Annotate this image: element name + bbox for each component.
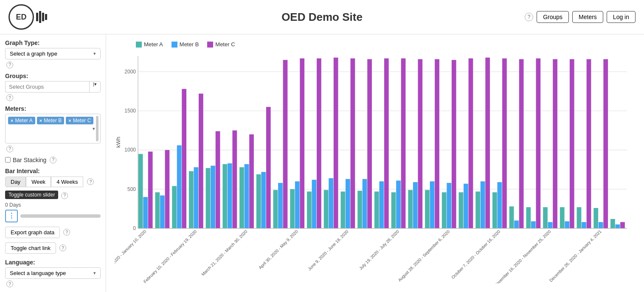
meter-b-remove[interactable]: × (39, 118, 42, 123)
svg-rect-80 (485, 58, 490, 228)
days-label: 0 Days (5, 202, 101, 208)
logo-bar-4 (45, 14, 47, 20)
slider-row: ⋮ (5, 210, 101, 222)
svg-rect-69 (430, 181, 435, 228)
svg-rect-81 (492, 192, 497, 228)
interval-week-button[interactable]: Week (26, 177, 51, 187)
legend-item-a: Meter A (136, 41, 163, 48)
svg-rect-39 (278, 183, 283, 228)
svg-rect-91 (543, 207, 548, 228)
toggle-slider-help[interactable]: ? (61, 192, 68, 199)
svg-rect-89 (531, 221, 536, 228)
svg-rect-18 (172, 186, 177, 228)
page-title: OED Demo Site (281, 11, 363, 24)
meter-a-remove[interactable]: × (11, 118, 13, 123)
svg-text:500: 500 (127, 186, 136, 192)
header-help-icon[interactable]: ? (525, 13, 533, 21)
svg-rect-63 (401, 59, 406, 228)
svg-rect-55 (357, 191, 362, 228)
svg-rect-49 (329, 178, 333, 228)
svg-text:2000: 2000 (124, 69, 136, 75)
export-help[interactable]: ? (63, 229, 70, 236)
export-button[interactable]: Export graph data (5, 227, 60, 238)
bar-stacking-row: Bar Stacking ? (5, 157, 101, 163)
groups-split-button[interactable]: |▾ (89, 81, 101, 93)
meter-tag-b: × Meter B (37, 117, 64, 124)
svg-rect-11 (138, 154, 143, 228)
chart-legend: Meter A Meter B Meter C (136, 41, 636, 48)
svg-text:March 21, 2020 - March 30, 202: March 21, 2020 - March 30, 2020 (200, 229, 248, 277)
meters-dropdown-arrow[interactable]: ▾ (93, 126, 95, 132)
svg-text:June 9, 2020 - June 18, 2020: June 9, 2020 - June 18, 2020 (307, 229, 349, 271)
svg-rect-46 (312, 180, 317, 228)
svg-rect-29 (228, 163, 232, 228)
svg-rect-87 (519, 59, 524, 228)
svg-rect-73 (452, 60, 456, 228)
meter-c-label: Meter C (73, 118, 91, 124)
svg-rect-33 (249, 135, 254, 228)
meters-nav-button[interactable]: Meters (572, 11, 603, 23)
svg-rect-98 (577, 207, 582, 228)
svg-text:October 7, 2020 - October 16, : October 7, 2020 - October 16, 2020 (450, 229, 501, 280)
svg-rect-71 (442, 192, 447, 228)
svg-rect-79 (481, 181, 485, 228)
svg-rect-65 (408, 190, 413, 228)
legend-label-c: Meter C (215, 41, 235, 48)
slider-thumb[interactable]: ⋮ (5, 210, 18, 222)
svg-rect-95 (560, 207, 565, 228)
graph-type-label: Graph Type: (5, 39, 101, 46)
toggle-slider-section: Toggle custom slider ? 0 Days ⋮ (5, 191, 101, 222)
interval-4weeks-button[interactable]: 4 Weeks (51, 177, 83, 187)
svg-rect-48 (324, 190, 329, 228)
svg-rect-27 (216, 131, 220, 228)
svg-rect-97 (570, 59, 574, 228)
groups-help-icon[interactable]: ? (6, 94, 13, 101)
toggle-chart-button[interactable]: Toggle chart link (5, 242, 56, 254)
svg-rect-99 (582, 222, 586, 228)
chart-svg-container: 0500100015002000kWhJanuary 1, 2020 - Jan… (115, 52, 636, 284)
meter-tag-a: × Meter A (8, 117, 35, 124)
svg-rect-105 (610, 219, 615, 228)
toggle-chart-row: Toggle chart link ? (5, 242, 101, 254)
svg-rect-100 (587, 59, 591, 228)
svg-rect-50 (334, 58, 338, 228)
bar-interval-help[interactable]: ? (87, 178, 94, 185)
legend-item-c: Meter C (207, 41, 235, 48)
bar-interval-group: Day Week 4 Weeks (5, 177, 83, 187)
bar-stacking-checkbox[interactable] (5, 157, 11, 163)
svg-text:kWh: kWh (115, 137, 121, 148)
svg-rect-78 (475, 191, 480, 228)
sidebar: Graph Type: Select a graph type ? Groups… (0, 34, 106, 292)
groups-input[interactable] (5, 81, 89, 93)
groups-label: Groups: (5, 73, 101, 79)
legend-color-a (136, 42, 142, 48)
svg-rect-25 (206, 168, 211, 228)
svg-text:1500: 1500 (124, 108, 136, 114)
svg-text:January 1, 2020 - January 10, : January 1, 2020 - January 10, 2020 (115, 229, 147, 280)
meters-scrollbar[interactable] (96, 116, 98, 141)
main-layout: Graph Type: Select a graph type ? Groups… (0, 34, 644, 292)
meter-c-remove[interactable]: × (68, 118, 71, 123)
svg-rect-22 (194, 167, 198, 228)
legend-color-c (207, 42, 213, 48)
bar-interval-label: Bar Interval: (5, 168, 101, 174)
graph-type-dropdown[interactable]: Select a graph type (5, 48, 101, 59)
svg-rect-68 (425, 190, 430, 228)
groups-nav-button[interactable]: Groups (537, 11, 569, 23)
svg-rect-36 (261, 172, 266, 228)
svg-rect-35 (256, 174, 261, 228)
graph-type-help-icon[interactable]: ? (6, 62, 13, 68)
bar-chart: 0500100015002000kWhJanuary 1, 2020 - Jan… (115, 52, 636, 284)
svg-rect-47 (317, 59, 321, 228)
svg-rect-15 (155, 192, 160, 228)
toggle-chart-help[interactable]: ? (59, 244, 66, 251)
svg-rect-60 (384, 59, 389, 228)
svg-rect-32 (245, 164, 249, 228)
language-help-icon[interactable]: ? (6, 281, 13, 287)
interval-day-button[interactable]: Day (5, 177, 26, 187)
language-dropdown[interactable]: Select a language type (5, 267, 101, 279)
login-button[interactable]: Log in (607, 11, 636, 23)
meters-help-icon[interactable]: ? (6, 146, 13, 152)
slider-track[interactable] (20, 214, 101, 218)
bar-stacking-help[interactable]: ? (50, 157, 56, 163)
